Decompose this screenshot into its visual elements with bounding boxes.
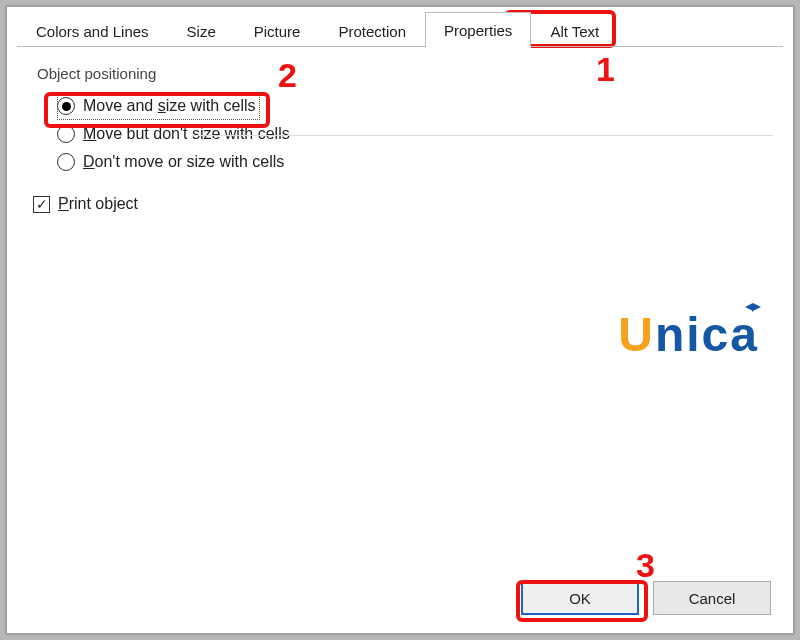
tab-alt-text[interactable]: Alt Text: [531, 13, 618, 48]
tab-underline: [17, 46, 783, 47]
tab-filler: [618, 7, 783, 47]
tab-picture[interactable]: Picture: [235, 13, 320, 48]
dialog-buttons: OK Cancel: [521, 581, 771, 615]
cancel-button[interactable]: Cancel: [653, 581, 771, 615]
radio-move-and-size[interactable]: Move and size with cells: [57, 92, 260, 120]
radio-icon: [57, 125, 75, 143]
checkbox-print-object[interactable]: ✓ Print object: [33, 190, 773, 218]
group-rule: [192, 135, 773, 136]
tab-protection[interactable]: Protection: [319, 13, 425, 48]
radio-label: Move and size with cells: [83, 97, 256, 115]
dialog-window: Colors and Lines Size Picture Protection…: [6, 6, 794, 634]
radio-group-positioning: Move and size with cells Move but don't …: [57, 92, 773, 176]
radio-icon: [57, 153, 75, 171]
checkbox-icon: ✓: [33, 196, 50, 213]
tab-colors-lines[interactable]: Colors and Lines: [17, 13, 168, 48]
radio-move-no-size[interactable]: Move but don't size with cells: [57, 120, 773, 148]
radio-label: Don't move or size with cells: [83, 153, 284, 171]
tab-size[interactable]: Size: [168, 13, 235, 48]
svg-rect-1: [752, 307, 753, 312]
radio-icon: [57, 97, 75, 115]
radio-dont-move[interactable]: Don't move or size with cells: [57, 148, 773, 176]
tab-properties[interactable]: Properties: [425, 12, 531, 48]
ok-button[interactable]: OK: [521, 581, 639, 615]
watermark-unica: Unica: [618, 307, 759, 362]
tab-bar: Colors and Lines Size Picture Protection…: [7, 7, 793, 47]
radio-label: Move but don't size with cells: [83, 125, 290, 143]
graduation-cap-icon: [745, 303, 761, 313]
group-object-positioning: Object positioning: [37, 65, 773, 82]
checkbox-label: Print object: [58, 195, 138, 213]
